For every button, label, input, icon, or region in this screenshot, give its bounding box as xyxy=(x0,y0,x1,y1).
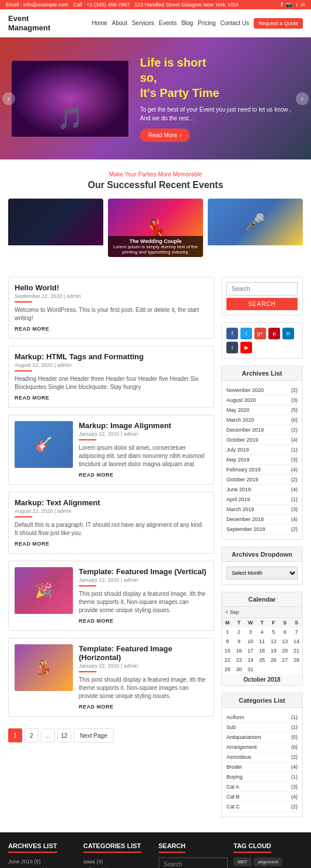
archive-oct2019[interactable]: October 2019(4) xyxy=(226,435,298,445)
archive-mar2020[interactable]: March 2020(6) xyxy=(226,415,298,425)
cal-3[interactable]: 3 xyxy=(244,627,256,637)
event-card-3[interactable]: 🎤 xyxy=(208,199,303,257)
nav-blog[interactable]: Blog xyxy=(181,20,193,26)
page-12-button[interactable]: 12 xyxy=(57,728,71,742)
cal-11[interactable]: 11 xyxy=(256,637,268,646)
calendar-prev[interactable]: < Sep xyxy=(225,609,239,615)
read-more-5[interactable]: READ MORE xyxy=(79,618,114,624)
tumblr-icon[interactable]: t xyxy=(226,342,238,353)
cal-4[interactable]: 4 xyxy=(256,627,268,637)
page-2-button[interactable]: 2 xyxy=(25,728,39,742)
nav-pricing[interactable]: Pricing xyxy=(198,20,216,26)
cal-19[interactable]: 19 xyxy=(268,646,279,655)
cal-29[interactable]: 29 xyxy=(222,665,233,674)
archive-jun2019[interactable]: June 2019(4) xyxy=(226,485,298,495)
cal-21[interactable]: 21 xyxy=(291,646,302,655)
cat-b[interactable]: Cat B(4) xyxy=(226,792,298,802)
nav-contact[interactable]: Contact Us xyxy=(220,20,249,26)
cal-5[interactable]: 5 xyxy=(268,627,279,637)
cal-1[interactable]: 1 xyxy=(222,627,233,637)
twitter-icon[interactable]: t xyxy=(296,2,298,8)
cal-15[interactable]: 15 xyxy=(222,646,233,655)
cal-20[interactable]: 20 xyxy=(279,646,291,655)
next-page-button[interactable]: Next Page xyxy=(74,728,114,742)
hero-next-button[interactable]: › xyxy=(296,92,309,105)
read-more-4[interactable]: READ MORE xyxy=(15,541,50,547)
archive-dec2019[interactable]: December 2019(2) xyxy=(226,425,298,435)
archive-mar2019[interactable]: March 2019(3) xyxy=(226,505,298,515)
cal-6[interactable]: 6 xyxy=(279,627,291,637)
cat-asmodeus[interactable]: Asmodeus(2) xyxy=(226,752,298,762)
archive-sep2018[interactable]: September 2018(2) xyxy=(226,525,298,534)
cal-26[interactable]: 26 xyxy=(268,655,279,665)
linkedin-icon[interactable]: in xyxy=(301,2,305,8)
footer-search-input[interactable] xyxy=(159,857,228,868)
cal-22[interactable]: 22 xyxy=(222,655,233,665)
googleplus-icon[interactable]: g+ xyxy=(254,328,266,339)
read-more-1[interactable]: READ MORE xyxy=(15,326,50,332)
youtube-icon[interactable]: ▶ xyxy=(240,342,252,353)
cal-17[interactable]: 17 xyxy=(244,646,256,655)
sidebar-search-input[interactable] xyxy=(226,282,298,296)
archive-nov2020[interactable]: November 2020(2) xyxy=(226,386,298,395)
twitter-icon[interactable]: t xyxy=(240,328,252,339)
read-more-3[interactable]: READ MORE xyxy=(79,472,114,478)
hero-prev-button[interactable]: ‹ xyxy=(2,92,15,105)
footer-cat-1[interactable]: aaaa (4) xyxy=(83,857,153,866)
cal-31[interactable]: 31 xyxy=(244,665,256,674)
archive-feb2019[interactable]: February 2019(4) xyxy=(226,465,298,475)
cat-aciform[interactable]: Aciform(1) xyxy=(226,713,298,723)
cal-16[interactable]: 16 xyxy=(233,646,245,655)
instagram-icon[interactable]: 📷 xyxy=(286,2,292,8)
cat-broder[interactable]: Broder(4) xyxy=(226,762,298,772)
nav-home[interactable]: Home xyxy=(92,20,107,26)
tag-alignment[interactable]: alignment xyxy=(254,857,282,866)
cal-13[interactable]: 13 xyxy=(279,637,291,646)
archive-dec2018[interactable]: December 2018(4) xyxy=(226,515,298,525)
page-1-button[interactable]: 1 xyxy=(8,728,22,742)
cal-7[interactable]: 7 xyxy=(291,627,302,637)
archive-oct2019b[interactable]: October 2019(2) xyxy=(226,475,298,485)
tag-8bit[interactable]: 8BIT xyxy=(233,857,251,866)
cal-9[interactable]: 9 xyxy=(233,637,245,646)
cal-24[interactable]: 24 xyxy=(244,655,256,665)
cal-23[interactable]: 23 xyxy=(233,655,245,665)
cat-arrangement[interactable]: Arrangement(6) xyxy=(226,742,298,752)
cal-2[interactable]: 2 xyxy=(233,627,245,637)
hero-read-more-button[interactable]: Read More › xyxy=(140,129,190,142)
sidebar-search-button[interactable]: SEARCH xyxy=(226,298,298,310)
pinterest-icon[interactable]: p xyxy=(268,328,280,339)
cal-27[interactable]: 27 xyxy=(279,655,291,665)
cal-10[interactable]: 10 xyxy=(244,637,256,646)
archive-aug2020[interactable]: August 2020(3) xyxy=(226,395,298,405)
read-more-2[interactable]: READ MORE xyxy=(15,395,50,401)
archive-apr2019[interactable]: April 2019(1) xyxy=(226,495,298,505)
cat-a[interactable]: Cat A(3) xyxy=(226,782,298,792)
fb-icon[interactable]: f xyxy=(281,2,282,8)
footer-archive-1[interactable]: June 2019 (5) xyxy=(8,857,78,866)
cat-antiquarianism[interactable]: Antiquarianism(5) xyxy=(226,732,298,742)
cat-c[interactable]: Cat C(2) xyxy=(226,802,298,812)
nav-about[interactable]: About xyxy=(112,20,127,26)
cal-14[interactable]: 14 xyxy=(291,637,302,646)
cal-12[interactable]: 12 xyxy=(268,637,279,646)
archive-may2020[interactable]: May 2020(5) xyxy=(226,405,298,415)
cat-buying[interactable]: Buying(1) xyxy=(226,772,298,782)
cal-28[interactable]: 28 xyxy=(291,655,302,665)
linkedin-icon[interactable]: in xyxy=(282,328,294,339)
cal-18[interactable]: 18 xyxy=(256,646,268,655)
read-more-6[interactable]: READ MORE xyxy=(79,704,114,710)
nav-events[interactable]: Events xyxy=(159,20,177,26)
footer-archive-2[interactable]: January 2013 (5) xyxy=(8,866,78,868)
cat-sub[interactable]: Sub(1) xyxy=(226,723,298,732)
footer-cat-2[interactable]: aciform (1) xyxy=(83,866,153,868)
cal-8[interactable]: 8 xyxy=(222,637,233,646)
quote-button[interactable]: Request a Quote xyxy=(254,18,303,29)
archive-may2019[interactable]: May 2019(3) xyxy=(226,455,298,465)
event-card-1[interactable] xyxy=(8,199,103,257)
nav-services[interactable]: Services xyxy=(132,20,154,26)
cal-30[interactable]: 30 xyxy=(233,665,245,674)
facebook-icon[interactable]: f xyxy=(226,328,238,339)
archive-jul2019[interactable]: July 2019(1) xyxy=(226,445,298,455)
event-card-2[interactable]: 01 💃 The Wedding Couple Lorem ipsum is s… xyxy=(108,199,203,257)
